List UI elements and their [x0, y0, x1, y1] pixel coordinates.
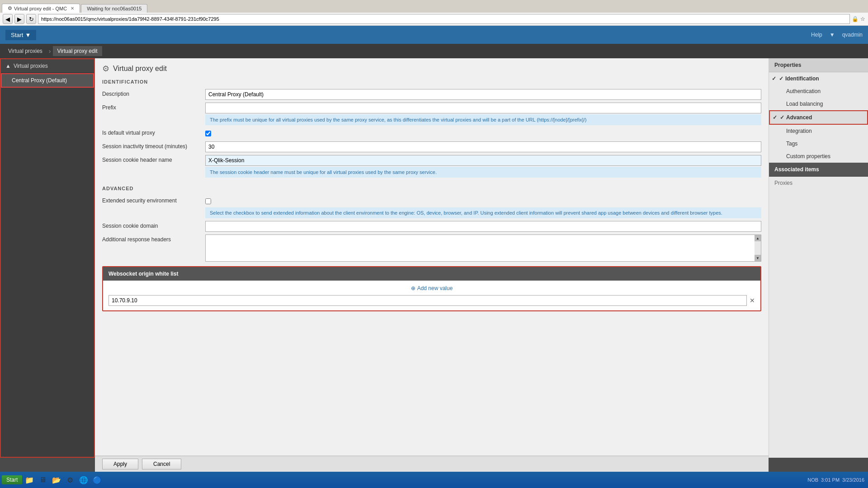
- prop-authentication[interactable]: Authentication: [769, 85, 868, 98]
- session-cookie-domain-label: Session cookie domain: [102, 221, 202, 229]
- is-default-row: Is default virtual proxy: [102, 128, 761, 139]
- properties-panel: Properties ✓ Identification Authenticati…: [769, 58, 868, 458]
- help-label[interactable]: Help: [811, 32, 822, 38]
- websocket-body: ⊕ Add new value ✕: [103, 281, 760, 310]
- extended-security-label: Extended security environment: [102, 196, 202, 204]
- websocket-entry-row: ✕: [108, 295, 755, 306]
- scrollbar-down-btn[interactable]: ▼: [755, 255, 761, 261]
- authentication-label: Authentication: [779, 88, 821, 94]
- session-timeout-row: Session inactivity timeout (minutes): [102, 141, 761, 152]
- websocket-remove-icon[interactable]: ✕: [750, 297, 755, 304]
- plus-circle-icon: ⊕: [411, 285, 415, 291]
- associated-proxies[interactable]: Proxies: [769, 177, 868, 189]
- sidebar-section-header[interactable]: ▲ Virtual proxies: [1, 59, 94, 73]
- identification-checkmark: ✓: [779, 75, 783, 82]
- advanced-label: Advanced: [786, 114, 812, 121]
- sidebar-section-label: Virtual proxies: [14, 63, 48, 69]
- page-title: Virtual proxy edit: [113, 65, 167, 73]
- additional-headers-label: Additional response headers: [102, 235, 202, 243]
- extended-security-hint: Select the checkbox to send extended inf…: [205, 207, 761, 218]
- page-title-bar: ⚙ Virtual proxy edit: [95, 58, 769, 77]
- prefix-row: Prefix The prefix must be unique for all…: [102, 103, 761, 125]
- session-cookie-label: Session cookie header name: [102, 155, 202, 163]
- waiting-tab-label: Waiting for noc06as0015: [87, 6, 142, 11]
- additional-headers-textarea[interactable]: [206, 235, 761, 261]
- session-cookie-domain-input[interactable]: [205, 221, 761, 232]
- prefix-input[interactable]: [205, 103, 761, 113]
- page-gear-icon: ⚙: [102, 64, 109, 74]
- is-default-checkbox[interactable]: [205, 131, 211, 136]
- session-cookie-hint: The session cookie header name must be u…: [205, 167, 761, 178]
- websocket-header: Websocket origin white list: [103, 267, 760, 281]
- session-timeout-label: Session inactivity timeout (minutes): [102, 141, 202, 150]
- star-icon[interactable]: ☆: [860, 16, 865, 22]
- prop-load-balancing[interactable]: Load balancing: [769, 98, 868, 110]
- scrollbar-track: [755, 241, 761, 255]
- session-timeout-input[interactable]: [205, 141, 761, 152]
- prop-integration[interactable]: Integration: [769, 125, 868, 137]
- browser-tab-bar: ⚙ Virtual proxy edit - QMC ✕ Waiting for…: [0, 0, 868, 13]
- start-label: Start: [11, 32, 23, 38]
- websocket-section: Websocket origin white list ⊕ Add new va…: [102, 266, 761, 311]
- help-chevron-icon: ▼: [830, 32, 835, 38]
- websocket-entry-input[interactable]: [108, 295, 747, 306]
- sidebar: ▲ Virtual proxies Central Proxy (Default…: [0, 58, 95, 458]
- lock-icon: 🔒: [852, 16, 859, 22]
- advanced-checkmark: ✓: [780, 114, 784, 121]
- tab-close-icon[interactable]: ✕: [71, 6, 74, 11]
- is-default-label: Is default virtual proxy: [102, 128, 202, 136]
- form-content: IDENTIFICATION Description Prefix The pr…: [95, 77, 769, 431]
- address-bar-row: ◀ ▶ ↻ 🔒 ☆: [0, 13, 868, 26]
- additional-headers-row: Additional response headers ▲ ▼: [102, 235, 761, 262]
- app-header: Start ▼ Help ▼ qvadmin: [0, 26, 868, 44]
- prop-custom-properties[interactable]: Custom properties: [769, 150, 868, 163]
- app-header-right: Help ▼ qvadmin: [811, 32, 863, 38]
- scrollbar-up-btn[interactable]: ▲: [755, 235, 761, 241]
- extended-security-control: Select the checkbox to send extended inf…: [205, 196, 761, 218]
- footer-bar: Apply Cancel: [95, 455, 769, 458]
- extended-security-row: Extended security environment Select the…: [102, 196, 761, 218]
- user-label[interactable]: qvadmin: [842, 32, 863, 38]
- prefix-control: The prefix must be unique for all virtua…: [205, 103, 761, 125]
- browser-tab-active[interactable]: ⚙ Virtual proxy edit - QMC ✕: [2, 4, 80, 13]
- properties-panel-title: Properties: [769, 58, 868, 72]
- session-cookie-input[interactable]: [205, 155, 761, 166]
- back-button[interactable]: ◀: [3, 14, 13, 24]
- session-timeout-control: [205, 141, 761, 152]
- breadcrumb-virtual-proxies[interactable]: Virtual proxies: [4, 46, 47, 56]
- tab-icon: ⚙: [8, 5, 12, 11]
- add-new-value-label: Add new value: [417, 285, 453, 291]
- breadcrumb: Virtual proxies › Virtual proxy edit: [0, 44, 868, 58]
- browser-window: ⚙ Virtual proxy edit - QMC ✕ Waiting for…: [0, 0, 868, 26]
- custom-properties-label: Custom properties: [779, 153, 830, 160]
- browser-tab-waiting[interactable]: Waiting for noc06as0015: [81, 4, 147, 13]
- load-balancing-label: Load balancing: [779, 101, 823, 107]
- associated-items-title: Associated items: [769, 163, 868, 177]
- start-button[interactable]: Start ▼: [5, 30, 36, 40]
- main-layout: ▲ Virtual proxies Central Proxy (Default…: [0, 58, 868, 458]
- identification-section-header: IDENTIFICATION: [102, 77, 761, 84]
- extended-security-checkbox[interactable]: [205, 198, 211, 204]
- add-new-value-button[interactable]: ⊕ Add new value: [108, 285, 755, 291]
- prop-identification[interactable]: ✓ Identification: [769, 72, 868, 85]
- prop-tags[interactable]: Tags: [769, 137, 868, 150]
- app-header-left: Start ▼: [5, 30, 36, 40]
- identification-label: Identification: [785, 75, 819, 82]
- description-control: [205, 89, 761, 100]
- prop-advanced[interactable]: ✓ Advanced: [769, 110, 868, 125]
- prefix-hint: The prefix must be unique for all virtua…: [205, 114, 761, 125]
- integration-label: Integration: [779, 128, 812, 134]
- address-input[interactable]: [38, 14, 850, 24]
- refresh-button[interactable]: ↻: [26, 14, 36, 24]
- description-input[interactable]: [205, 89, 761, 100]
- additional-headers-control: ▲ ▼: [205, 235, 761, 262]
- additional-headers-scrollbar[interactable]: ▲ ▼: [755, 235, 761, 261]
- advanced-section-header: ADVANCED: [102, 184, 761, 191]
- session-cookie-control: The session cookie header name must be u…: [205, 155, 761, 178]
- is-default-control: [205, 128, 761, 139]
- start-chevron-icon: ▼: [25, 32, 31, 38]
- sidebar-item-central-proxy[interactable]: Central Proxy (Default): [1, 73, 94, 88]
- tags-label: Tags: [779, 141, 797, 147]
- breadcrumb-separator: ›: [49, 47, 51, 55]
- forward-button[interactable]: ▶: [14, 14, 24, 24]
